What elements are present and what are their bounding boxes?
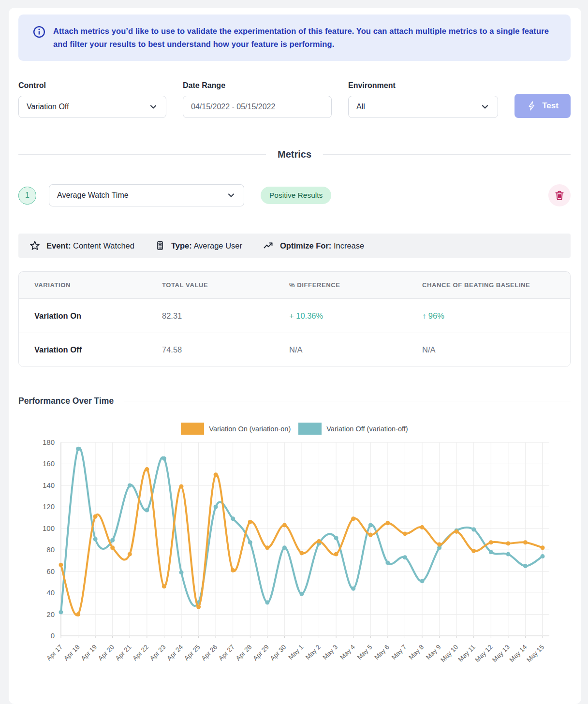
svg-text:60: 60 bbox=[46, 567, 55, 575]
metric-index-badge: 1 bbox=[18, 187, 36, 205]
svg-text:May 2: May 2 bbox=[304, 644, 322, 661]
metric-row: 1 Average Watch Time Positive Results bbox=[18, 184, 571, 206]
svg-text:Apr 30: Apr 30 bbox=[269, 644, 288, 662]
total-value: 74.58 bbox=[162, 345, 289, 354]
event-label: Event: bbox=[46, 241, 71, 250]
filters-row: Control Variation Off Date Range Environ… bbox=[18, 81, 571, 118]
positive-results-badge: Positive Results bbox=[261, 187, 331, 204]
control-select-value: Variation Off bbox=[27, 103, 69, 111]
svg-text:80: 80 bbox=[46, 545, 55, 554]
svg-text:Apr 25: Apr 25 bbox=[183, 644, 202, 662]
date-range-input[interactable] bbox=[183, 96, 332, 118]
svg-text:Apr 22: Apr 22 bbox=[131, 644, 150, 662]
metric-summary-bar: Event: Content Watched Type: Average Use… bbox=[18, 234, 571, 258]
svg-text:May 1: May 1 bbox=[287, 644, 305, 661]
control-select[interactable]: Variation Off bbox=[18, 96, 166, 118]
svg-text:40: 40 bbox=[46, 588, 55, 597]
svg-text:140: 140 bbox=[43, 481, 55, 489]
chevron-down-icon bbox=[148, 102, 158, 112]
divider-line bbox=[18, 154, 266, 155]
results-table-header: VARIATION TOTAL VALUE % DIFFERENCE CHANC… bbox=[19, 272, 570, 299]
svg-text:Apr 29: Apr 29 bbox=[251, 644, 270, 662]
performance-heading: Performance Over Time bbox=[18, 396, 114, 406]
event-value: Content Watched bbox=[73, 241, 134, 250]
column-header-difference: % DIFFERENCE bbox=[289, 281, 422, 289]
svg-text:Apr 27: Apr 27 bbox=[217, 644, 236, 662]
svg-text:May 5: May 5 bbox=[356, 644, 374, 661]
star-icon bbox=[29, 240, 41, 251]
experiment-panel: Attach metrics you’d like to use to vali… bbox=[9, 8, 581, 704]
legend-swatch bbox=[298, 423, 322, 435]
svg-text:Apr 23: Apr 23 bbox=[148, 644, 167, 662]
column-header-variation: VARIATION bbox=[34, 281, 162, 289]
legend-item[interactable]: Variation Off (variation-off) bbox=[298, 423, 408, 435]
legend-swatch bbox=[181, 423, 204, 435]
total-value: 82.31 bbox=[162, 311, 289, 321]
difference-value: N/A bbox=[289, 345, 422, 354]
environment-field-group: Environment All bbox=[348, 81, 498, 118]
optimize-for-value: Increase bbox=[334, 241, 364, 250]
svg-text:May 11: May 11 bbox=[457, 644, 477, 663]
metric-select[interactable]: Average Watch Time bbox=[49, 184, 244, 206]
chevron-down-icon bbox=[226, 191, 236, 200]
svg-text:Apr 26: Apr 26 bbox=[200, 644, 219, 662]
svg-text:Apr 20: Apr 20 bbox=[97, 644, 116, 662]
svg-text:100: 100 bbox=[43, 524, 55, 532]
metrics-heading-row: Metrics bbox=[18, 149, 571, 160]
date-range-label: Date Range bbox=[183, 81, 332, 90]
svg-text:May 15: May 15 bbox=[525, 644, 545, 664]
svg-text:180: 180 bbox=[43, 438, 55, 446]
environment-label: Environment bbox=[348, 81, 498, 90]
svg-text:Apr 28: Apr 28 bbox=[235, 644, 253, 662]
svg-text:May 8: May 8 bbox=[408, 644, 426, 661]
svg-text:Apr 18: Apr 18 bbox=[62, 644, 81, 662]
chevron-down-icon bbox=[480, 102, 490, 112]
svg-text:160: 160 bbox=[43, 459, 55, 468]
performance-chart: 020406080100120140160180Apr 17Apr 18Apr … bbox=[18, 436, 570, 689]
performance-heading-row: Performance Over Time bbox=[18, 396, 571, 406]
control-field-group: Control Variation Off bbox=[18, 81, 166, 118]
svg-text:May 6: May 6 bbox=[373, 644, 391, 661]
table-row: Variation Off 74.58 N/A N/A bbox=[19, 333, 570, 367]
svg-text:May 12: May 12 bbox=[474, 644, 494, 664]
results-table: VARIATION TOTAL VALUE % DIFFERENCE CHANC… bbox=[18, 271, 571, 367]
column-header-total-value: TOTAL VALUE bbox=[162, 281, 289, 289]
svg-text:20: 20 bbox=[46, 610, 55, 618]
legend-label: Variation Off (variation-off) bbox=[326, 425, 408, 433]
svg-text:May 3: May 3 bbox=[322, 644, 339, 661]
chance-value: ↑ 96% bbox=[422, 311, 570, 321]
column-header-chance: CHANCE OF BEATING BASELINE bbox=[422, 281, 570, 289]
metric-select-value: Average Watch Time bbox=[57, 191, 129, 200]
info-banner-text: Attach metrics you’d like to use to vali… bbox=[53, 25, 556, 51]
delete-metric-button[interactable] bbox=[548, 184, 571, 206]
divider-line bbox=[124, 401, 571, 401]
metrics-heading: Metrics bbox=[278, 149, 311, 160]
lightning-bolt-icon bbox=[527, 101, 537, 111]
svg-text:Apr 17: Apr 17 bbox=[45, 644, 64, 662]
variation-name: Variation On bbox=[34, 311, 162, 321]
svg-text:May 4: May 4 bbox=[338, 643, 356, 661]
svg-text:120: 120 bbox=[43, 502, 55, 511]
info-icon bbox=[33, 26, 45, 38]
test-button-label: Test bbox=[542, 101, 559, 111]
svg-text:May 13: May 13 bbox=[491, 644, 511, 664]
legend-label: Variation On (variation-on) bbox=[209, 425, 291, 433]
difference-value: + 10.36% bbox=[289, 311, 422, 321]
info-banner: Attach metrics you’d like to use to vali… bbox=[18, 15, 571, 61]
type-label: Type: bbox=[171, 241, 192, 250]
calculator-icon bbox=[155, 240, 165, 251]
svg-text:May 7: May 7 bbox=[390, 644, 408, 661]
date-range-field-group: Date Range bbox=[183, 81, 332, 118]
svg-text:Apr 21: Apr 21 bbox=[114, 644, 133, 662]
type-value: Average User bbox=[193, 241, 242, 250]
environment-select[interactable]: All bbox=[348, 96, 498, 118]
svg-text:Apr 19: Apr 19 bbox=[79, 644, 98, 662]
legend-item[interactable]: Variation On (variation-on) bbox=[181, 423, 291, 435]
trend-up-icon bbox=[263, 240, 274, 251]
svg-text:Apr 24: Apr 24 bbox=[165, 643, 184, 662]
control-label: Control bbox=[18, 81, 166, 90]
performance-chart-svg: 020406080100120140160180Apr 17Apr 18Apr … bbox=[18, 436, 570, 687]
table-row: Variation On 82.31 + 10.36% ↑ 96% bbox=[19, 299, 570, 333]
trash-icon bbox=[554, 190, 565, 201]
test-button[interactable]: Test bbox=[514, 94, 571, 118]
